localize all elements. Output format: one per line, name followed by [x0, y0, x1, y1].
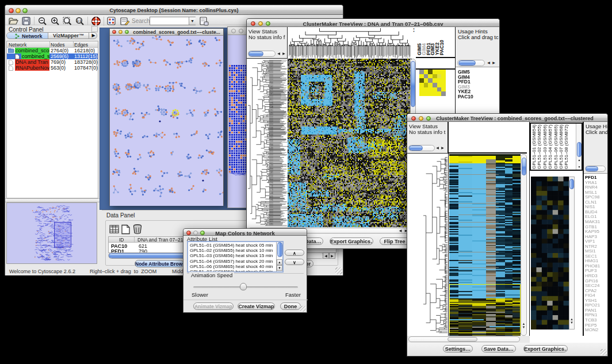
- svg-text:1:1: 1:1: [77, 19, 82, 22]
